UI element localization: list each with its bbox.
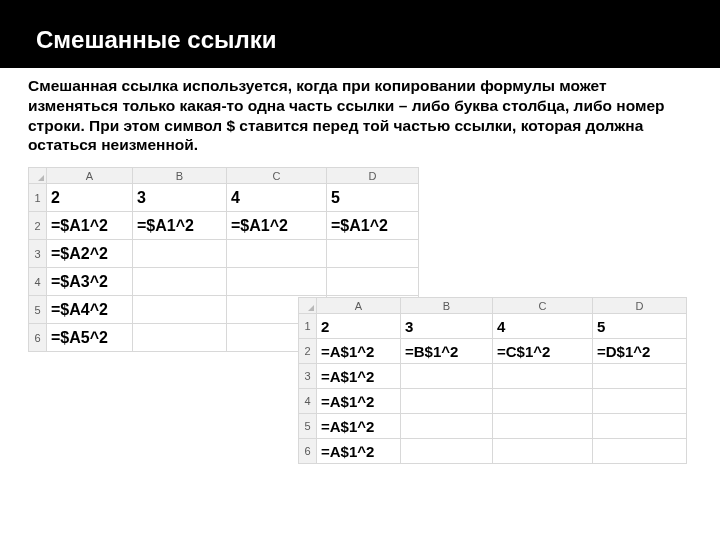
col-header[interactable]: C: [227, 168, 327, 184]
cell[interactable]: =B$1^2: [401, 339, 493, 364]
cell[interactable]: [493, 439, 593, 464]
cell[interactable]: [327, 240, 419, 268]
slide-paragraph: Смешанная ссылка используется, когда при…: [0, 68, 720, 165]
cell[interactable]: 3: [401, 314, 493, 339]
spreadsheet-2: A B C D 1 2 3 4 5 2 =A$1^2 =B$1^2 =C$1^2…: [298, 297, 687, 464]
cell[interactable]: =D$1^2: [593, 339, 687, 364]
cell[interactable]: =A$1^2: [317, 389, 401, 414]
col-header[interactable]: D: [327, 168, 419, 184]
cell[interactable]: [593, 389, 687, 414]
cell[interactable]: [133, 324, 227, 352]
cell[interactable]: [401, 364, 493, 389]
cell[interactable]: 5: [327, 184, 419, 212]
cell[interactable]: [133, 268, 227, 296]
cell[interactable]: [227, 240, 327, 268]
row-header[interactable]: 4: [29, 268, 47, 296]
row-header[interactable]: 3: [29, 240, 47, 268]
cell[interactable]: [593, 364, 687, 389]
tables-area: A B C D 1 2 3 4 5 2 =$A1^2 =$A1^2 =$A1^2…: [0, 165, 720, 540]
cell[interactable]: =$A1^2: [47, 212, 133, 240]
cell[interactable]: 5: [593, 314, 687, 339]
col-header[interactable]: A: [47, 168, 133, 184]
cell[interactable]: =$A2^2: [47, 240, 133, 268]
col-header[interactable]: C: [493, 298, 593, 314]
row-header[interactable]: 5: [299, 414, 317, 439]
select-all-corner[interactable]: [299, 298, 317, 314]
cell[interactable]: [401, 414, 493, 439]
row-header[interactable]: 6: [29, 324, 47, 352]
cell[interactable]: =$A4^2: [47, 296, 133, 324]
cell[interactable]: 4: [493, 314, 593, 339]
cell[interactable]: 2: [47, 184, 133, 212]
cell[interactable]: [327, 268, 419, 296]
row-header[interactable]: 2: [29, 212, 47, 240]
cell[interactable]: [401, 439, 493, 464]
row-header[interactable]: 3: [299, 364, 317, 389]
col-header[interactable]: A: [317, 298, 401, 314]
cell[interactable]: [493, 414, 593, 439]
col-header[interactable]: B: [133, 168, 227, 184]
row-header[interactable]: 1: [29, 184, 47, 212]
cell[interactable]: [133, 296, 227, 324]
select-all-corner[interactable]: [29, 168, 47, 184]
cell[interactable]: [493, 364, 593, 389]
cell[interactable]: [593, 414, 687, 439]
cell[interactable]: =$A5^2: [47, 324, 133, 352]
cell[interactable]: =A$1^2: [317, 414, 401, 439]
row-header[interactable]: 2: [299, 339, 317, 364]
cell[interactable]: [133, 240, 227, 268]
cell[interactable]: 4: [227, 184, 327, 212]
cell[interactable]: =$A3^2: [47, 268, 133, 296]
cell[interactable]: =$A1^2: [133, 212, 227, 240]
cell[interactable]: =$A1^2: [327, 212, 419, 240]
row-header[interactable]: 6: [299, 439, 317, 464]
cell[interactable]: [227, 268, 327, 296]
cell[interactable]: [493, 389, 593, 414]
title-area: Смешанные ссылки: [0, 0, 720, 68]
row-header[interactable]: 1: [299, 314, 317, 339]
cell[interactable]: =A$1^2: [317, 339, 401, 364]
cell[interactable]: =A$1^2: [317, 364, 401, 389]
row-header[interactable]: 4: [299, 389, 317, 414]
cell[interactable]: 2: [317, 314, 401, 339]
col-header[interactable]: D: [593, 298, 687, 314]
row-header[interactable]: 5: [29, 296, 47, 324]
cell[interactable]: =C$1^2: [493, 339, 593, 364]
cell[interactable]: =A$1^2: [317, 439, 401, 464]
cell[interactable]: [401, 389, 493, 414]
slide-title: Смешанные ссылки: [36, 26, 720, 54]
cell[interactable]: 3: [133, 184, 227, 212]
cell[interactable]: [593, 439, 687, 464]
cell[interactable]: =$A1^2: [227, 212, 327, 240]
col-header[interactable]: B: [401, 298, 493, 314]
